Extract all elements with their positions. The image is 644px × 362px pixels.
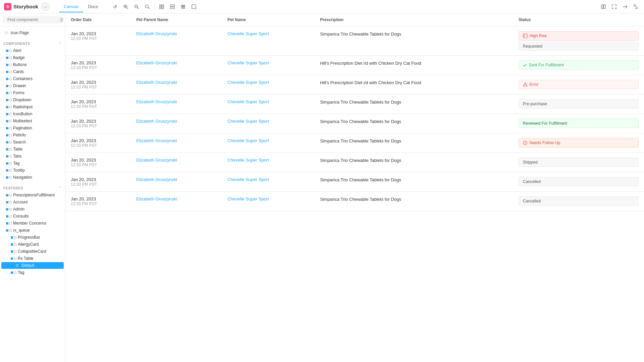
cell-pet-parent[interactable]: Elizabeth Gruszynski — [131, 172, 222, 192]
col-pet-parent: Pet Parent Name — [131, 13, 222, 26]
share-icon[interactable] — [621, 2, 629, 11]
cell-prescription: Hill's Prescription Diet i/d with Chicke… — [315, 56, 513, 75]
more-button[interactable]: ··· — [41, 2, 50, 11]
cell-pet-name[interactable]: Chevelle Super Sport — [222, 95, 315, 114]
sidebar-item-table[interactable]: Table — [1, 146, 64, 153]
sidebar-item-search[interactable]: Search — [1, 139, 64, 145]
sidebar-item-tag[interactable]: Tag — [1, 160, 64, 167]
item-icon-group — [6, 78, 12, 80]
sidebar-item-rx-table[interactable]: Rx Table — [1, 255, 64, 262]
cell-pet-parent[interactable]: Elizabeth Gruszynski — [131, 26, 222, 56]
sidebar-item-drawer[interactable]: Drawer — [1, 82, 64, 89]
sidebar-item-buttons[interactable]: Buttons — [1, 61, 64, 68]
cell-pet-name[interactable]: Chevelle Super Sport — [222, 192, 315, 211]
cell-pet-name[interactable]: Chevelle Super Sport — [222, 133, 315, 153]
sidebar-item-dropdown[interactable]: Dropdown — [1, 97, 64, 103]
single-view-icon[interactable] — [168, 2, 177, 11]
table-row: Jan 20, 202312:33 PM PSTElizabeth Gruszy… — [65, 95, 644, 114]
cell-pet-parent[interactable]: Elizabeth Gruszynski — [131, 75, 222, 95]
svg-line-1 — [126, 7, 128, 9]
table-header: Order Date Pet Parent Name Pet Name Pres… — [65, 13, 644, 26]
link-icon[interactable] — [631, 2, 640, 11]
table-row: Jan 20, 202312:33 PM PSTElizabeth Gruszy… — [65, 153, 644, 172]
svg-rect-20 — [604, 5, 605, 9]
sidebar-item-admin[interactable]: Admin — [1, 206, 64, 213]
sidebar-search-area: / — [0, 13, 65, 26]
topbar-left: S Storybook ··· — [4, 2, 50, 11]
sidebar-item-navigation[interactable]: Navigation — [1, 174, 64, 181]
storybook-logo: S Storybook — [4, 3, 38, 10]
cell-order-date: Jan 20, 202312:33 PM PST — [65, 114, 131, 133]
item-icon-group — [6, 201, 12, 203]
svg-point-28 — [525, 143, 526, 144]
sidebar-item-containers[interactable]: Containers — [1, 75, 64, 82]
features-toggle[interactable]: ⌃ — [59, 186, 62, 190]
sidebar-item-pagination[interactable]: Pagination — [1, 125, 64, 131]
sidebar-item-tooltip[interactable]: Tooltip — [1, 167, 64, 174]
cell-prescription: Hill's Prescription Diet i/d with Chicke… — [315, 75, 513, 95]
tab-canvas[interactable]: Canvas — [59, 1, 83, 12]
cell-pet-parent[interactable]: Elizabeth Gruszynski — [131, 153, 222, 172]
grid-view-icon[interactable] — [157, 2, 166, 11]
tab-docs[interactable]: Docs — [83, 1, 103, 12]
item-icon-group — [6, 134, 12, 136]
storybook-logo-text: Storybook — [13, 4, 38, 9]
sidebar-item-tag-feature[interactable]: Tag — [1, 269, 64, 276]
search-shortcut: / — [60, 17, 63, 22]
sidebar-item-radioinput[interactable]: RadioInput — [1, 104, 64, 110]
divider — [154, 3, 155, 10]
expand-icon[interactable] — [190, 2, 198, 11]
cell-pet-name[interactable]: Chevelle Super Sport — [222, 26, 315, 56]
page-section: Icon Page — [0, 26, 65, 38]
sidebar-item-multiselect[interactable]: Multiselect — [1, 118, 64, 124]
cell-pet-name[interactable]: Chevelle Super Sport — [222, 153, 315, 172]
table-row: Jan 20, 202312:33 PM PSTElizabeth Gruszy… — [65, 75, 644, 95]
svg-rect-9 — [160, 5, 161, 6]
sidebar-item-rx-queue[interactable]: rx_queue — [1, 227, 64, 234]
sidebar-item-progressbar[interactable]: ProgressBar — [1, 234, 64, 241]
layout-icon[interactable] — [599, 2, 608, 11]
list-view-icon[interactable] — [179, 2, 187, 11]
cell-pet-name[interactable]: Chevelle Super Sport — [222, 114, 315, 133]
fullscreen-icon[interactable] — [610, 2, 619, 11]
sidebar-item-icon-page[interactable]: Icon Page — [1, 29, 64, 36]
sidebar-item-tabs[interactable]: Tabs — [1, 153, 64, 160]
status-secondary-badge: Requested — [519, 42, 639, 51]
sidebar-item-account[interactable]: Account — [1, 199, 64, 205]
zoom-reset-icon[interactable] — [143, 2, 152, 11]
item-icon-group — [11, 257, 16, 260]
content-area: Order Date Pet Parent Name Pet Name Pres… — [65, 13, 644, 362]
sidebar-item-iconbutton[interactable]: IconButton — [1, 111, 64, 117]
cell-pet-parent[interactable]: Elizabeth Gruszynski — [131, 114, 222, 133]
status-badge: Cancelled — [519, 177, 639, 186]
cell-pet-name[interactable]: Chevelle Super Sport — [222, 75, 315, 95]
cell-pet-parent[interactable]: Elizabeth Gruszynski — [131, 56, 222, 75]
sidebar-item-allergycard[interactable]: AllergyCard — [1, 241, 64, 248]
search-input[interactable] — [7, 17, 58, 22]
item-icon-group — [6, 176, 12, 179]
zoom-out-icon[interactable] — [132, 2, 141, 11]
sidebar-item-consults[interactable]: Consults — [1, 213, 64, 220]
zoom-in-icon[interactable] — [121, 2, 130, 11]
sidebar-item-badge[interactable]: Badge — [1, 54, 64, 61]
cell-pet-name[interactable]: Chevelle Super Sport — [222, 56, 315, 75]
sidebar-item-collapsiblecard[interactable]: CollapsibleCard — [1, 248, 64, 255]
cell-pet-parent[interactable]: Elizabeth Gruszynski — [131, 192, 222, 211]
item-icon-group — [6, 113, 12, 115]
sidebar-item-petinfo[interactable]: PetInfo — [1, 132, 64, 138]
sidebar-item-prescriptionsfulfillment[interactable]: PrescriptionsFulfillment — [1, 192, 64, 198]
sidebar: / Icon Page COMPONENTS ⌃ Alert — [0, 13, 65, 362]
cell-pet-parent[interactable]: Elizabeth Gruszynski — [131, 133, 222, 153]
sidebar-item-forms[interactable]: Forms — [1, 89, 64, 96]
cell-pet-parent[interactable]: Elizabeth Gruszynski — [131, 95, 222, 114]
sidebar-item-member-concerns[interactable]: Member Concerns — [1, 220, 64, 227]
cell-status: Pre-purchase — [513, 95, 644, 114]
sidebar-item-cards[interactable]: Cards — [1, 68, 64, 75]
sidebar-item-default[interactable]: Default — [1, 262, 64, 269]
refresh-icon[interactable]: ↺ — [111, 2, 119, 11]
cell-pet-name[interactable]: Chevelle Super Sport — [222, 172, 315, 192]
cell-order-date: Jan 20, 202312:33 PM PST — [65, 75, 131, 95]
svg-rect-15 — [181, 5, 185, 6]
components-toggle[interactable]: ⌃ — [59, 42, 62, 46]
sidebar-item-alert[interactable]: Alert — [1, 47, 64, 54]
